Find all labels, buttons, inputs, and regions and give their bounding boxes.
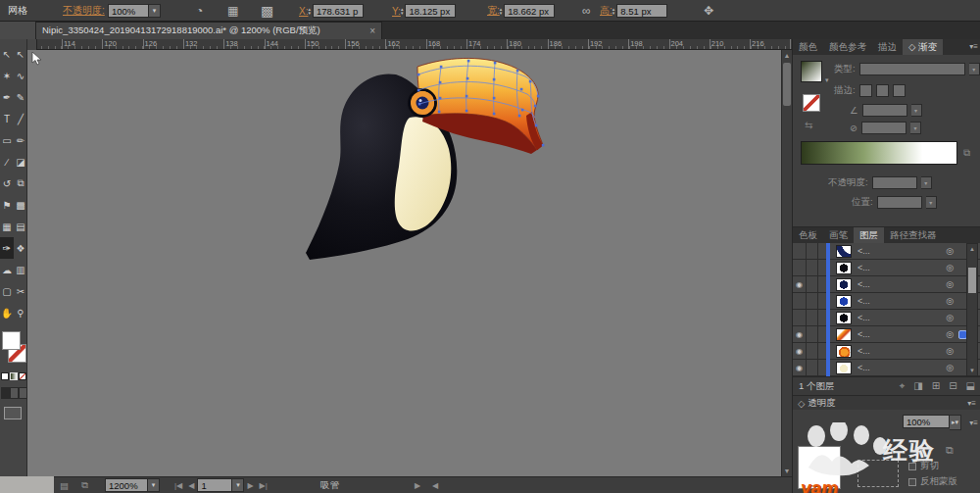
target-circle-icon[interactable]: ◎	[946, 246, 954, 256]
rotate-tool[interactable]: ↺	[0, 173, 14, 194]
link-dimensions-icon[interactable]: ∞	[582, 0, 591, 22]
width-label[interactable]: 宽:	[487, 4, 500, 18]
y-label[interactable]: Y:	[392, 6, 401, 17]
invert-mask-checkbox-row[interactable]: 反相蒙版	[908, 475, 957, 488]
target-circle-icon[interactable]: ◎	[946, 296, 954, 306]
layer-row[interactable]: ◉<...◎	[793, 343, 980, 360]
opacity-input[interactable]: 100%	[108, 4, 149, 18]
transparency-mask-thumbnail[interactable]	[858, 460, 899, 487]
layer-row[interactable]: ◉<...◎	[793, 360, 980, 376]
target-circle-icon[interactable]: ◎	[946, 279, 954, 289]
visibility-toggle-icon[interactable]: ◉	[793, 326, 807, 343]
locate-object-icon[interactable]: ⌖	[900, 380, 906, 392]
transparency-opacity-input[interactable]: 100%	[903, 415, 950, 428]
x-label[interactable]: X:	[299, 6, 308, 17]
tab-画笔[interactable]: 画笔	[823, 227, 854, 243]
gradient-fill-thumbnail[interactable]	[801, 61, 822, 82]
target-circle-icon[interactable]: ◎	[946, 346, 954, 356]
lock-column[interactable]	[807, 293, 818, 310]
clip-checkbox[interactable]	[908, 463, 916, 470]
direct-selection-tool[interactable]: ↖	[0, 43, 14, 65]
transparency-opacity-dropdown-icon[interactable]: ▸	[950, 415, 961, 430]
location-input[interactable]	[877, 196, 922, 209]
rectangle-tool[interactable]: ▭	[0, 129, 14, 151]
gradient-thumb-dropdown-icon[interactable]: ▾	[825, 76, 829, 84]
stop-opacity-dropdown-icon[interactable]	[921, 176, 932, 189]
toucan-artwork[interactable]	[294, 57, 545, 263]
vertical-scroll-thumb[interactable]	[783, 63, 791, 106]
gradient-slider[interactable]	[801, 141, 957, 165]
layer-row[interactable]: <...◎	[793, 260, 980, 276]
visibility-toggle-icon[interactable]: ◉	[793, 276, 807, 293]
zoom-dropdown-icon[interactable]	[148, 478, 160, 492]
angle-dropdown-icon[interactable]	[911, 104, 922, 117]
make-mask-icon[interactable]: ◨	[913, 380, 922, 392]
invert-mask-checkbox[interactable]	[908, 478, 916, 486]
blend-tool[interactable]: ❖	[14, 237, 27, 259]
height-stepper[interactable]: ▴▾	[612, 7, 615, 15]
artboard-number-input[interactable]: 1	[197, 478, 232, 492]
mesh-tool[interactable]: ▦	[0, 216, 14, 237]
layer-row[interactable]: <...◎	[793, 243, 980, 260]
visibility-toggle-icon[interactable]	[793, 293, 807, 310]
prev-artboard-icon[interactable]: ◀	[185, 481, 197, 490]
tab-路径查找器[interactable]: 路径查找器	[884, 227, 943, 243]
collapse-diamond-icon[interactable]: ◇	[798, 398, 805, 409]
lock-column[interactable]	[807, 310, 818, 326]
pen-tool[interactable]: ✒	[0, 86, 14, 108]
x-input[interactable]: 178.631 p	[313, 4, 364, 18]
none-button[interactable]	[19, 372, 26, 380]
line-segment-tool[interactable]: ╱	[14, 108, 27, 129]
paintbrush-tool[interactable]: ✏	[14, 129, 27, 151]
gradient-stroke-proxy[interactable]	[803, 94, 820, 112]
lock-column[interactable]	[807, 260, 818, 276]
curvature-tool[interactable]: ✎	[14, 86, 27, 108]
panel-menu-icon[interactable]: ▾≡	[969, 42, 978, 51]
mask-link-icon[interactable]: ⧉	[946, 444, 954, 457]
scale-tool[interactable]: ⧉	[14, 173, 27, 194]
eyedropper-tool[interactable]: ✑	[0, 237, 14, 259]
target-circle-icon[interactable]: ◎	[946, 329, 954, 339]
slice-tool[interactable]: ✂	[14, 280, 27, 302]
reverse-gradient-icon[interactable]: ⇆	[805, 120, 812, 130]
stop-opacity-input[interactable]	[872, 176, 917, 189]
close-tab-icon[interactable]: ×	[369, 25, 375, 36]
visibility-toggle-icon[interactable]	[793, 260, 807, 276]
layers-scroll-thumb[interactable]	[968, 268, 976, 293]
delete-layer-icon[interactable]: ⬓	[966, 380, 975, 392]
opacity-link[interactable]: 不透明度:	[63, 0, 105, 22]
symbol-sprayer-tool[interactable]: ☁	[0, 259, 14, 280]
aspect-ratio-input[interactable]	[861, 122, 906, 134]
artboard-view[interactable]	[27, 50, 781, 476]
target-circle-icon[interactable]: ◎	[946, 313, 954, 322]
location-dropdown-icon[interactable]	[926, 196, 937, 209]
tab-色板[interactable]: 色板	[793, 227, 823, 243]
artboard-dropdown-icon[interactable]	[232, 478, 244, 492]
layer-row[interactable]: <...◎	[793, 310, 980, 326]
screen-mode-button[interactable]	[4, 407, 22, 419]
tab-颜色参考[interactable]: 颜色参考	[823, 39, 872, 55]
hand-tool[interactable]: ✋	[0, 302, 14, 323]
layer-row[interactable]: ◉<...◎	[793, 276, 980, 293]
visibility-toggle-icon[interactable]: ◉	[793, 343, 807, 360]
layers-scrollbar[interactable]: ▲ ▼	[966, 243, 978, 376]
draw-inside-button[interactable]	[19, 387, 27, 399]
stroke-along-button[interactable]	[876, 84, 889, 97]
layers-scroll-down-icon[interactable]: ▼	[967, 366, 977, 375]
new-layer-icon[interactable]: ⊟	[949, 380, 956, 392]
fill-color-swatch[interactable]	[2, 331, 21, 350]
layer-row[interactable]: <...◎	[793, 293, 980, 310]
status-icon-1[interactable]: ▤	[60, 477, 69, 493]
canvas-area[interactable]: 1141201261321381441501561621681741801861…	[27, 39, 792, 476]
height-input[interactable]: 8.51 px	[616, 4, 667, 18]
tab-渐变[interactable]: ◇ 渐变	[903, 39, 943, 55]
lock-column[interactable]	[807, 243, 818, 260]
last-artboard-icon[interactable]: ▶|	[257, 481, 270, 490]
document-tab[interactable]: Nipic_3350424_20190413172918819000.ai* @…	[35, 22, 382, 39]
angle-input[interactable]	[862, 104, 907, 117]
target-circle-icon[interactable]: ◎	[946, 263, 954, 272]
transparency-header[interactable]: ◇ 透明度 ▾≡	[793, 395, 980, 410]
type-select[interactable]	[859, 63, 965, 75]
zoom-input[interactable]: 1200%	[105, 478, 148, 492]
width-tool[interactable]: ⚑	[0, 194, 14, 216]
